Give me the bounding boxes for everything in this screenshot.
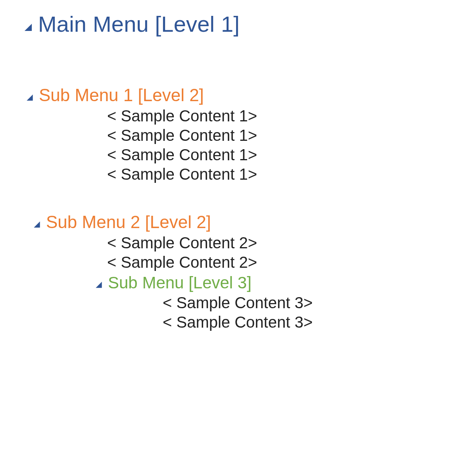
- collapse-triangle-icon[interactable]: [33, 220, 41, 229]
- heading-level-2-row: Sub Menu 1 [Level 2]: [23, 85, 467, 106]
- svg-marker-0: [25, 24, 32, 31]
- heading-level-1-row: Main Menu [Level 1]: [23, 11, 467, 37]
- heading-level-2: Sub Menu 2 [Level 2]: [46, 212, 211, 232]
- content-line: < Sample Content 2>: [23, 253, 467, 271]
- heading-level-3: Sub Menu [Level 3]: [108, 273, 252, 293]
- content-line: < Sample Content 3>: [23, 294, 467, 312]
- collapse-triangle-icon[interactable]: [94, 280, 103, 289]
- content-text: < Sample Content 3>: [163, 313, 313, 331]
- collapse-triangle-icon[interactable]: [23, 22, 33, 33]
- content-text: < Sample Content 1>: [107, 107, 257, 125]
- svg-marker-3: [96, 282, 102, 288]
- heading-level-2: Sub Menu 1 [Level 2]: [39, 85, 204, 106]
- svg-marker-1: [27, 94, 33, 100]
- content-text: < Sample Content 2>: [107, 234, 257, 251]
- heading-level-3-row: Sub Menu [Level 3]: [23, 273, 467, 293]
- content-text: < Sample Content 1>: [107, 165, 257, 183]
- document-page: Main Menu [Level 1] Sub Menu 1 [Level 2]…: [0, 0, 467, 476]
- heading-level-2-row: Sub Menu 2 [Level 2]: [23, 212, 467, 232]
- content-text: < Sample Content 1>: [107, 146, 257, 163]
- content-line: < Sample Content 1>: [23, 146, 467, 164]
- spacer: [23, 183, 467, 212]
- spacer: [23, 37, 467, 85]
- collapse-triangle-icon[interactable]: [25, 93, 34, 102]
- content-line: < Sample Content 1>: [23, 165, 467, 183]
- content-text: < Sample Content 2>: [107, 253, 257, 271]
- content-line: < Sample Content 3>: [23, 313, 467, 331]
- heading-level-1: Main Menu [Level 1]: [38, 11, 240, 37]
- content-line: < Sample Content 2>: [23, 234, 467, 252]
- svg-marker-2: [34, 221, 40, 227]
- content-line: < Sample Content 1>: [23, 127, 467, 144]
- content-text: < Sample Content 3>: [163, 294, 313, 311]
- content-text: < Sample Content 1>: [107, 127, 257, 144]
- content-line: < Sample Content 1>: [23, 107, 467, 125]
